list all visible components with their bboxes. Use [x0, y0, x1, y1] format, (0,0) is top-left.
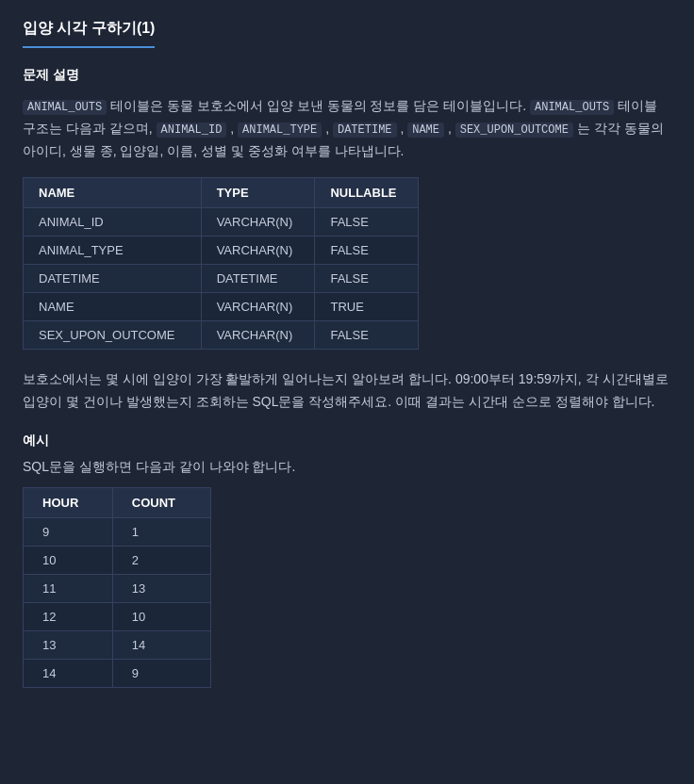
- schema-cell: FALSE: [315, 321, 419, 350]
- schema-cell: FALSE: [315, 237, 419, 265]
- result-col-hour: HOUR: [24, 487, 113, 517]
- inline-code-animal-type: ANIMAL_TYPE: [238, 122, 322, 138]
- result-cell: 2: [112, 546, 210, 574]
- schema-cell: TRUE: [315, 293, 419, 321]
- problem-body: 보호소에서는 몇 시에 입양이 가장 활발하게 일어나는지 알아보려 합니다. …: [23, 368, 671, 414]
- schema-cell: DATETIME: [201, 265, 315, 293]
- result-cell: 14: [24, 659, 113, 687]
- schema-cell: VARCHAR(N): [201, 237, 315, 265]
- result-cell: 9: [24, 517, 113, 546]
- schema-cell: ANIMAL_ID: [24, 208, 202, 237]
- schema-cell: VARCHAR(N): [201, 208, 315, 237]
- inline-code-1: ANIMAL_OUTS: [23, 100, 107, 115]
- problem-description: ANIMAL_OUTS 테이블은 동물 보호소에서 입양 보낸 동물의 정보를 …: [23, 95, 671, 162]
- inline-code-datetime: DATETIME: [333, 122, 397, 138]
- schema-cell: FALSE: [315, 208, 419, 237]
- example-heading: 예시: [23, 433, 671, 449]
- schema-cell: NAME: [24, 293, 202, 321]
- desc-text-2: 테이블은 동물 보호소에서 입양 보낸 동물의 정보를 담은 테이블입니다.: [107, 98, 530, 113]
- example-section: 예시 SQL문을 실행하면 다음과 같이 나와야 합니다. HOUR COUNT…: [23, 433, 671, 688]
- schema-table: NAME TYPE NULLABLE ANIMAL_IDVARCHAR(N)FA…: [23, 177, 419, 350]
- problem-heading: 문제 설명: [23, 67, 671, 84]
- schema-cell: ANIMAL_TYPE: [24, 237, 202, 265]
- result-cell: 12: [24, 602, 113, 630]
- schema-col-type: TYPE: [201, 178, 315, 208]
- result-cell: 10: [112, 602, 210, 630]
- result-cell: 9: [112, 659, 210, 687]
- result-table: HOUR COUNT 91102111312101314149: [23, 487, 211, 688]
- page-title: 입양 시각 구하기(1): [23, 19, 155, 48]
- result-cell: 10: [24, 546, 113, 574]
- result-cell: 11: [24, 574, 113, 602]
- schema-cell: VARCHAR(N): [201, 293, 315, 321]
- inline-code-name: NAME: [407, 122, 444, 138]
- result-col-count: COUNT: [112, 487, 210, 517]
- schema-col-nullable: NULLABLE: [315, 178, 419, 208]
- result-cell: 1: [112, 517, 210, 546]
- schema-cell: FALSE: [315, 265, 419, 293]
- problem-section: 문제 설명 ANIMAL_OUTS 테이블은 동물 보호소에서 입양 보낸 동물…: [23, 67, 671, 688]
- schema-col-name: NAME: [24, 178, 202, 208]
- schema-cell: SEX_UPON_OUTCOME: [24, 321, 202, 350]
- result-cell: 13: [112, 574, 210, 602]
- result-cell: 14: [112, 630, 210, 659]
- result-cell: 13: [24, 630, 113, 659]
- inline-code-sex: SEX_UPON_OUTCOME: [455, 122, 573, 138]
- schema-cell: VARCHAR(N): [201, 321, 315, 350]
- example-description: SQL문을 실행하면 다음과 같이 나와야 합니다.: [23, 459, 671, 476]
- inline-code-2: ANIMAL_OUTS: [530, 100, 614, 115]
- inline-code-animal-id: ANIMAL_ID: [157, 122, 227, 138]
- schema-cell: DATETIME: [24, 265, 202, 293]
